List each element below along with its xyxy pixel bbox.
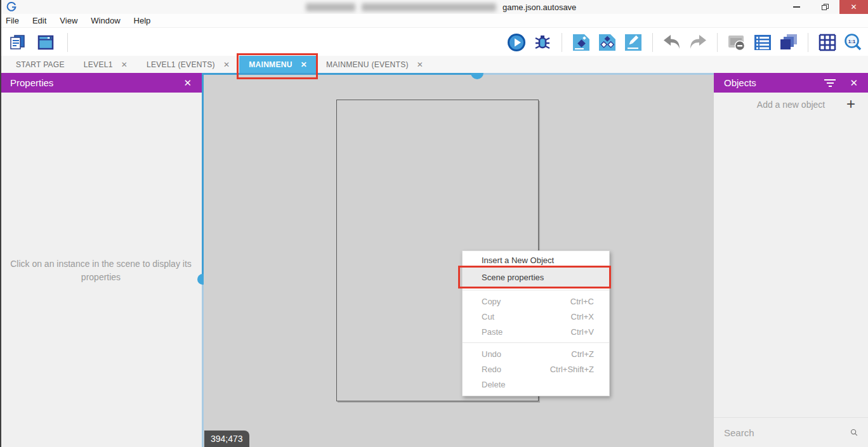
- tab-level1-events[interactable]: LEVEL1 (EVENTS): [137, 56, 239, 73]
- restore-button[interactable]: [811, 0, 839, 14]
- tab-mainmenu[interactable]: MAINMENU: [239, 56, 317, 73]
- toolbar-divider: [717, 33, 718, 52]
- add-new-object-row[interactable]: Add a new object: [714, 93, 868, 117]
- toolbar-left-group: [8, 33, 70, 52]
- filter-icon[interactable]: [824, 79, 836, 87]
- project-manager-icon[interactable]: [8, 33, 27, 52]
- toolbar-divider: [808, 33, 808, 52]
- close-panel-icon[interactable]: [183, 77, 192, 89]
- menu-file[interactable]: File: [6, 16, 19, 25]
- gdevelop-logo-icon: [6, 2, 16, 12]
- tab-label: LEVEL1 (EVENTS): [147, 60, 215, 69]
- mask-disabled-film-icon[interactable]: [727, 33, 746, 52]
- objects-panel-header: Objects: [714, 73, 868, 93]
- scene-canvas[interactable]: Insert a New Object Scene properties Cop…: [204, 73, 714, 447]
- properties-empty-message: Click on an instance in the scene to dis…: [0, 257, 202, 284]
- grid-icon[interactable]: [818, 33, 837, 52]
- toolbar-divider: [562, 33, 562, 52]
- context-menu-item-insert-new-object[interactable]: Insert a New Object: [463, 252, 609, 268]
- window-controls: [782, 0, 868, 14]
- context-menu-item-copy[interactable]: Copy Ctrl+C: [463, 294, 609, 309]
- context-menu-item-paste[interactable]: Paste Ctrl+V: [463, 324, 609, 339]
- search-icon[interactable]: [850, 426, 858, 439]
- tab-label: MAINMENU: [249, 60, 292, 69]
- tab-close-icon[interactable]: [301, 60, 307, 69]
- context-menu-item-cut[interactable]: Cut Ctrl+X: [463, 309, 609, 324]
- debugger-bug-icon[interactable]: [533, 33, 552, 52]
- menu-bar: File Edit View Window Help: [0, 14, 868, 28]
- toolbar: 1:1: [0, 29, 868, 56]
- titlebar: game.json.autosave: [0, 0, 868, 14]
- tab-close-icon[interactable]: [223, 60, 230, 69]
- tab-start-page[interactable]: START PAGE: [6, 56, 74, 73]
- tab-bar: START PAGE LEVEL1 LEVEL1 (EVENTS) MAINME…: [0, 56, 868, 73]
- add-object-page-icon[interactable]: [572, 33, 591, 52]
- tab-level1[interactable]: LEVEL1: [74, 56, 137, 73]
- minimize-icon: [793, 6, 800, 8]
- start-page-window-icon[interactable]: [36, 33, 55, 52]
- context-menu-separator: [463, 342, 609, 343]
- menu-view[interactable]: View: [60, 16, 77, 25]
- splitter-drag-handle[interactable]: [471, 73, 483, 79]
- shortcut-label: Ctrl+Shift+Z: [550, 365, 594, 374]
- tab-label: START PAGE: [16, 60, 65, 69]
- redacted-title-segment: [306, 3, 355, 11]
- instances-list-icon[interactable]: [753, 33, 772, 52]
- context-menu-item-scene-properties[interactable]: Scene properties: [463, 268, 609, 287]
- edit-scene-pencil-icon[interactable]: [624, 33, 643, 52]
- window-left-border: [0, 0, 1, 447]
- main-area: Properties Click on an instance in the s…: [0, 73, 868, 447]
- shortcut-label: Ctrl+V: [571, 327, 594, 337]
- context-menu-item-redo[interactable]: Redo Ctrl+Shift+Z: [463, 361, 609, 377]
- cursor-coordinates-badge: 394;473: [204, 431, 249, 447]
- shortcut-label: Ctrl+X: [571, 312, 594, 321]
- undo-arrow-icon[interactable]: [662, 33, 681, 52]
- gdevelop-window: game.json.autosave File Edit View Window…: [0, 0, 868, 447]
- context-menu: Insert a New Object Scene properties Cop…: [462, 250, 610, 396]
- zoom-original-icon[interactable]: 1:1: [844, 33, 863, 52]
- horizontal-splitter[interactable]: [204, 73, 714, 75]
- tab-close-icon[interactable]: [417, 60, 423, 69]
- toolbar-right-group: 1:1: [507, 33, 863, 52]
- window-title-text: game.json.autosave: [503, 3, 576, 12]
- tab-label: LEVEL1: [84, 60, 113, 69]
- redo-arrow-icon[interactable]: [688, 33, 707, 52]
- shortcut-label: Ctrl+C: [570, 297, 594, 306]
- toolbar-divider: [67, 33, 68, 52]
- close-button[interactable]: [839, 0, 868, 14]
- add-new-object-label: Add a new object: [714, 100, 868, 110]
- close-panel-icon[interactable]: [850, 77, 858, 89]
- toolbar-divider: [652, 33, 653, 52]
- properties-panel: Properties Click on an instance in the s…: [0, 73, 202, 447]
- layers-icon[interactable]: [779, 33, 798, 52]
- tab-mainmenu-events[interactable]: MAINMENU (EVENTS): [317, 56, 433, 73]
- context-menu-item-undo[interactable]: Undo Ctrl+Z: [463, 346, 609, 361]
- shortcut-label: Ctrl+Z: [571, 349, 594, 359]
- context-menu-item-delete[interactable]: Delete: [463, 377, 609, 392]
- svg-text:1:1: 1:1: [848, 38, 856, 44]
- restore-icon: [822, 4, 829, 10]
- menu-window[interactable]: Window: [91, 16, 120, 25]
- redacted-path-segment: [362, 3, 496, 11]
- add-objects-page-icon[interactable]: [598, 33, 617, 52]
- properties-panel-header: Properties: [0, 73, 202, 93]
- objects-panel: Objects Add a new object: [714, 73, 868, 447]
- plus-icon[interactable]: [846, 95, 855, 113]
- tab-close-icon[interactable]: [121, 60, 128, 69]
- search-input[interactable]: [724, 427, 850, 438]
- menu-help[interactable]: Help: [134, 16, 151, 25]
- minimize-button[interactable]: [782, 0, 811, 14]
- objects-panel-title: Objects: [724, 77, 756, 88]
- window-title: game.json.autosave: [306, 1, 576, 13]
- launch-preview-play-icon[interactable]: [507, 33, 526, 52]
- context-menu-separator: [463, 290, 609, 290]
- menu-edit[interactable]: Edit: [32, 16, 46, 25]
- tab-label: MAINMENU (EVENTS): [326, 60, 409, 69]
- properties-panel-title: Properties: [10, 77, 53, 88]
- objects-search-bar: [714, 417, 868, 447]
